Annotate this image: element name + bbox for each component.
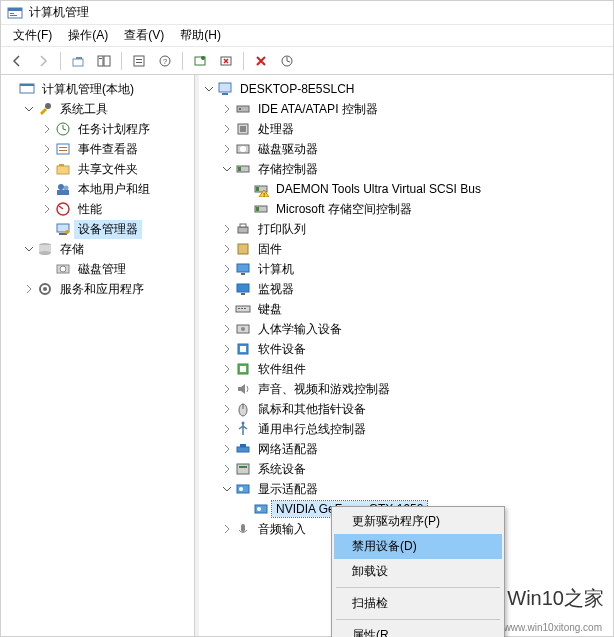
- context-menu-item[interactable]: 更新驱动程序(P): [334, 509, 502, 534]
- tree-item[interactable]: 性能: [39, 199, 192, 219]
- svg-rect-65: [241, 308, 243, 309]
- device-category[interactable]: 监视器: [219, 279, 611, 299]
- svg-rect-4: [73, 59, 83, 66]
- properties-button[interactable]: [127, 50, 151, 72]
- menu-file[interactable]: 文件(F): [5, 25, 60, 46]
- tree-group[interactable]: 存储: [21, 239, 192, 259]
- chevron-down-icon[interactable]: [219, 481, 235, 497]
- svg-text:?: ?: [163, 57, 168, 66]
- chevron-right-icon[interactable]: [219, 101, 235, 117]
- tree-root-local[interactable]: 计算机管理(本地): [3, 79, 192, 99]
- chevron-right-icon[interactable]: [219, 381, 235, 397]
- chevron-down-icon[interactable]: [201, 81, 217, 97]
- svg-rect-77: [240, 444, 246, 447]
- left-tree-pane[interactable]: 计算机管理(本地) 系统工具任务计划程序事件查看器共享文件夹本地用户和组性能设备…: [1, 75, 195, 636]
- chevron-right-icon[interactable]: [219, 341, 235, 357]
- context-menu-item[interactable]: 禁用设备(D): [334, 534, 502, 559]
- chevron-right-icon[interactable]: [219, 121, 235, 137]
- context-menu-item[interactable]: 扫描检: [334, 591, 502, 616]
- device-category[interactable]: 声音、视频和游戏控制器: [219, 379, 611, 399]
- tree-item[interactable]: 事件查看器: [39, 139, 192, 159]
- tree-item[interactable]: 共享文件夹: [39, 159, 192, 179]
- tree-item[interactable]: 磁盘管理: [39, 259, 192, 279]
- tree-item[interactable]: 设备管理器: [39, 219, 192, 239]
- device-category[interactable]: 键盘: [219, 299, 611, 319]
- device-category[interactable]: 固件: [219, 239, 611, 259]
- chevron-right-icon[interactable]: [219, 521, 235, 537]
- chevron-right-icon[interactable]: [219, 421, 235, 437]
- device-category[interactable]: IDE ATA/ATAPI 控制器: [219, 99, 611, 119]
- device-category[interactable]: 通用串行总线控制器: [219, 419, 611, 439]
- context-menu-item[interactable]: 属性(R: [334, 623, 502, 637]
- tree-item[interactable]: 任务计划程序: [39, 119, 192, 139]
- device-category[interactable]: 网络适配器: [219, 439, 611, 459]
- refresh-button[interactable]: [275, 50, 299, 72]
- svg-rect-9: [134, 56, 144, 66]
- chevron-right-icon[interactable]: [21, 281, 37, 297]
- delete-button[interactable]: [249, 50, 273, 72]
- forward-button[interactable]: [31, 50, 55, 72]
- chevron-right-icon[interactable]: [219, 321, 235, 337]
- chevron-right-icon[interactable]: [219, 361, 235, 377]
- chevron-right-icon[interactable]: [219, 301, 235, 317]
- device-category-label: 系统设备: [254, 460, 310, 479]
- device-item[interactable]: Microsoft 存储空间控制器: [237, 199, 611, 219]
- chevron-right-icon[interactable]: [219, 281, 235, 297]
- device-category[interactable]: 显示适配器: [219, 479, 611, 499]
- tree-group[interactable]: 服务和应用程序: [21, 279, 192, 299]
- context-menu-item[interactable]: 卸载设: [334, 559, 502, 584]
- storage-ctrl-icon: [235, 161, 251, 177]
- tree-item[interactable]: 本地用户和组: [39, 179, 192, 199]
- chevron-right-icon[interactable]: [219, 401, 235, 417]
- chevron-right-icon[interactable]: [39, 181, 55, 197]
- svg-point-36: [39, 251, 51, 255]
- device-category-label: 键盘: [254, 300, 286, 319]
- chevron-down-icon[interactable]: [21, 101, 37, 117]
- svg-rect-46: [240, 126, 246, 132]
- device-category[interactable]: 鼠标和其他指针设备: [219, 399, 611, 419]
- device-category[interactable]: 人体学输入设备: [219, 319, 611, 339]
- chevron-right-icon[interactable]: [219, 221, 235, 237]
- device-category[interactable]: 磁盘驱动器: [219, 139, 611, 159]
- device-category[interactable]: 计算机: [219, 259, 611, 279]
- show-hide-button[interactable]: [92, 50, 116, 72]
- chevron-down-icon[interactable]: [21, 241, 37, 257]
- device-root[interactable]: DESKTOP-8E5SLCH: [201, 79, 611, 99]
- tree-item-label: 设备管理器: [74, 220, 142, 239]
- up-button[interactable]: [66, 50, 90, 72]
- tools-icon: [37, 101, 53, 117]
- share-icon: [55, 161, 71, 177]
- device-category[interactable]: 处理器: [219, 119, 611, 139]
- chevron-right-icon[interactable]: [39, 161, 55, 177]
- uninstall-button[interactable]: [214, 50, 238, 72]
- device-category[interactable]: 打印队列: [219, 219, 611, 239]
- svg-rect-60: [241, 273, 245, 275]
- menubar: 文件(F) 操作(A) 查看(V) 帮助(H): [1, 25, 613, 47]
- menu-help[interactable]: 帮助(H): [172, 25, 229, 46]
- back-button[interactable]: [5, 50, 29, 72]
- scan-button[interactable]: [188, 50, 212, 72]
- daemon-icon: !: [253, 181, 269, 197]
- device-category[interactable]: 软件设备: [219, 339, 611, 359]
- tree-group[interactable]: 系统工具: [21, 99, 192, 119]
- chevron-right-icon[interactable]: [219, 441, 235, 457]
- device-category[interactable]: 软件组件: [219, 359, 611, 379]
- chevron-right-icon[interactable]: [39, 141, 55, 157]
- chevron-down-icon[interactable]: [219, 161, 235, 177]
- chevron-right-icon[interactable]: [219, 241, 235, 257]
- chevron-right-icon[interactable]: [219, 261, 235, 277]
- menu-view[interactable]: 查看(V): [116, 25, 172, 46]
- device-category-label: 人体学输入设备: [254, 320, 346, 339]
- help-button[interactable]: ?: [153, 50, 177, 72]
- chevron-right-icon[interactable]: [39, 201, 55, 217]
- tree-group-label: 系统工具: [56, 100, 112, 119]
- chevron-right-icon[interactable]: [39, 121, 55, 137]
- chevron-right-icon[interactable]: [219, 141, 235, 157]
- svg-rect-84: [241, 524, 245, 532]
- menu-action[interactable]: 操作(A): [60, 25, 116, 46]
- device-item[interactable]: !DAEMON Tools Ultra Virtual SCSI Bus: [237, 179, 611, 199]
- device-category[interactable]: 系统设备: [219, 459, 611, 479]
- audio-in-icon: [235, 521, 251, 537]
- device-category[interactable]: 存储控制器: [219, 159, 611, 179]
- chevron-right-icon[interactable]: [219, 461, 235, 477]
